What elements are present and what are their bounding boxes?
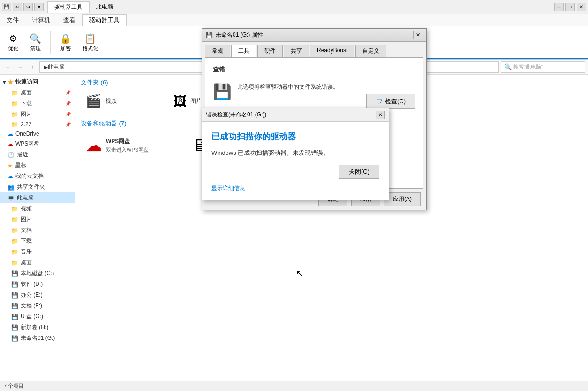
check-btn-label: 检查(C) [385,97,406,106]
dialog-tab-readyboost[interactable]: ReadyBoost [310,45,354,57]
success-desc: Windows 已成功扫描驱动器。未发现错误。 [211,149,379,157]
dialog-drive-icon: 💾 [206,32,213,38]
error-section-title: 查错 [213,65,415,77]
close-result-btn[interactable]: 关闭(C) [339,165,379,179]
success-title: 已成功扫描你的驱动器 [211,131,379,142]
disk-icon: 💾 [213,83,232,100]
dialog-tab-general[interactable]: 常规 [205,45,230,57]
dialog-tabs: 常规 工具 硬件 共享 ReadyBoost 自定义 [202,42,426,57]
error-check-titlebar: 错误检查(未命名01 (G:)) ✕ [202,108,389,122]
apply-btn[interactable]: 应用(A) [384,192,421,206]
dialog-tab-share[interactable]: 共享 [284,45,309,57]
properties-dialog-titlebar: 💾 未命名01 (G:) 属性 ✕ [202,29,426,42]
error-check-title: 错误检查(未命名01 (G:)) [206,111,376,119]
properties-dialog-title: 未命名01 (G:) 属性 [216,31,410,39]
dialog-tab-custom[interactable]: 自定义 [355,45,386,57]
shield-icon: 🛡 [376,98,383,105]
details-link[interactable]: 显示详细信息 [211,181,379,192]
error-desc-text: 此选项将检查驱动器中的文件系统错误。 [237,84,339,90]
error-check-content: 已成功扫描你的驱动器 Windows 已成功扫描驱动器。未发现错误。 关闭(C)… [202,122,389,200]
dialog-tab-hardware[interactable]: 硬件 [257,45,283,57]
dialog-tab-tools[interactable]: 工具 [231,45,256,57]
error-desc-text-wrap: 此选项将检查驱动器中的文件系统错误。 🛡 检查(C) [237,83,415,109]
check-btn[interactable]: 🛡 检查(C) [366,94,415,109]
error-check-close-btn[interactable]: ✕ [376,111,385,119]
dialog-overlay: 💾 未命名01 (G:) 属性 ✕ 常规 工具 硬件 共享 ReadyBoost… [0,0,588,391]
cursor-indicator: ↖ [296,268,303,278]
error-section-desc: 💾 此选项将检查驱动器中的文件系统错误。 🛡 检查(C) [213,83,415,109]
properties-close-btn[interactable]: ✕ [413,31,422,39]
error-check-dialog: 错误检查(未命名01 (G:)) ✕ 已成功扫描你的驱动器 Windows 已成… [202,108,389,200]
